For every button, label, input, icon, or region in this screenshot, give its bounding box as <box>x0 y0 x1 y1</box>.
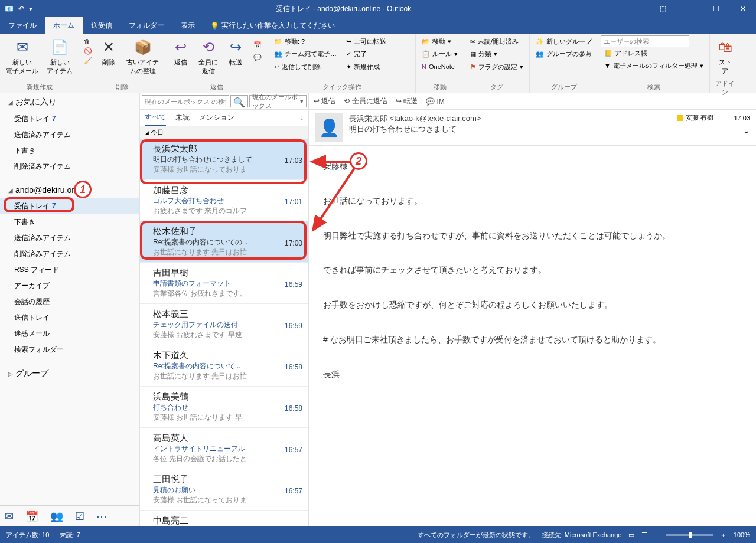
status-folders: すべてのフォルダーが最新の状態です。 <box>418 531 535 539</box>
qs-new[interactable]: ✦新規作成 <box>343 61 413 73</box>
tab-home[interactable]: ホーム <box>45 17 83 34</box>
expand-header[interactable]: ⌄ <box>677 126 750 135</box>
folder-item[interactable]: 送信済みアイテム <box>0 230 139 246</box>
zoom-out[interactable]: − <box>654 531 658 538</box>
folder-item[interactable]: 削除済みアイテム <box>0 159 139 175</box>
tab-folder[interactable]: フォルダー <box>120 17 172 34</box>
search-input[interactable] <box>142 95 229 107</box>
folder-item[interactable]: 下書き <box>0 143 139 159</box>
flag-button[interactable]: ⚑フラグの設定 ▾ <box>467 61 527 73</box>
folder-item[interactable]: 会話の履歴 <box>0 294 139 310</box>
calendar-module-icon[interactable]: 📅 <box>25 510 38 523</box>
delete-button[interactable]: ✕削除 <box>96 35 122 69</box>
people-search[interactable] <box>601 35 689 47</box>
mail-item[interactable]: 中島亮二 打ち上げ 16:57 <box>140 511 308 526</box>
reply-button[interactable]: ↩返信 <box>168 35 194 69</box>
filter-button[interactable]: ▼電子メールのフィルター処理 ▾ <box>601 60 707 72</box>
mail-item[interactable]: 木下道久 Re:提案書の内容について... お世話になります 先日はお忙 16:… <box>140 345 308 387</box>
tab-sendrecv[interactable]: 送受信 <box>83 17 120 34</box>
zoom-in[interactable]: ＋ <box>720 531 726 539</box>
tab-unread[interactable]: 未読 <box>175 110 190 126</box>
more-reply[interactable]: ⋯ <box>250 64 265 77</box>
mail-item[interactable]: 高島英人 イントラサイトリニューアル 各位 先日の会議でお話したと 16:57 <box>140 428 308 469</box>
reading-pane: ↩ 返信 ⟲ 全員に返信 ↪ 転送 💬 IM 👤 長浜栄太郎 <takao-k@… <box>309 93 756 526</box>
category-button[interactable]: ▦分類 ▾ <box>467 48 527 60</box>
mail-preview: 安藤様 お世話になっておりま <box>153 495 302 505</box>
folder-item[interactable]: 検索フォルダー <box>0 342 139 358</box>
qs-done[interactable]: ✓完了 <box>343 48 413 60</box>
store-icon: 🛍 <box>716 38 735 57</box>
tab-view[interactable]: 表示 <box>172 17 203 34</box>
zoom-slider[interactable] <box>666 534 713 536</box>
mail-time: 17:03 <box>285 156 302 165</box>
folder-item[interactable]: 受信トレイ7 <box>0 198 139 214</box>
archive-button[interactable]: 📦古いアイテ ムの整理 <box>123 35 162 78</box>
folder-item[interactable]: 迷惑メール <box>0 326 139 342</box>
category-badge[interactable]: 安藤 有樹17:03 <box>677 113 750 122</box>
mail-item[interactable]: 長浜栄太郎 明日の打ち合わせにつきまして 安藤様 お世話になっておりま 17:0… <box>140 139 308 180</box>
folder-item[interactable]: 送信済みアイテム <box>0 127 139 143</box>
mail-module-icon[interactable]: ✉ <box>5 510 14 523</box>
new-mail-button[interactable]: ✉新しい 電子メール <box>2 35 42 78</box>
junk-icon[interactable]: 🚫 <box>84 47 92 55</box>
ribbon-options[interactable]: ⬚ <box>650 0 676 18</box>
tab-file[interactable]: ファイル <box>0 17 45 34</box>
tab-all[interactable]: すべて <box>145 109 166 126</box>
groups-header[interactable]: ▷グループ <box>0 365 139 382</box>
mail-item[interactable]: 松本義三 チェック用ファイルの送付 安藤様 お疲れさまです 早速 16:59 <box>140 304 308 345</box>
mail-item[interactable]: 吉田早樹 申請書類のフォーマット 営業部各位 お疲れさまです。 16:59 <box>140 263 308 304</box>
folder-item[interactable]: 送信トレイ <box>0 310 139 326</box>
favorites-header[interactable]: ◢お気に入り <box>0 93 139 111</box>
browse-groups-button[interactable]: 👥グループの参照 <box>532 48 595 60</box>
maximize-button[interactable]: ☐ <box>703 0 729 18</box>
close-button[interactable]: ✕ <box>729 0 756 18</box>
meeting-button[interactable]: 📅 <box>250 39 265 51</box>
qs-replydel[interactable]: ↩返信して削除 <box>271 61 341 73</box>
store-button[interactable]: 🛍スト ア <box>712 35 738 78</box>
qs-move[interactable]: 📁移動: ? <box>271 35 341 48</box>
minimize-button[interactable]: — <box>676 0 703 18</box>
folder-item[interactable]: 削除済みアイテム <box>0 246 139 262</box>
folder-item[interactable]: アーカイブ <box>0 278 139 294</box>
new-group-button[interactable]: ✨新しいグループ <box>532 35 595 48</box>
mail-item[interactable]: 松木佐和子 Re:提案書の内容についての... お世話になります 先日はお忙 1… <box>140 221 308 263</box>
folder-item[interactable]: 受信トレイ7 <box>0 111 139 127</box>
qat-dropdown[interactable]: ▾ <box>29 5 32 13</box>
view-normal-icon[interactable]: ▭ <box>628 531 634 539</box>
addressbook-button[interactable]: 📒アドレス帳 <box>601 47 707 60</box>
date-group[interactable]: ◢ 今日 <box>140 126 308 139</box>
mail-item[interactable]: 加藤昌彦 ゴルフ大会打ち合わせ お疲れさまです 来月のゴルフ 17:01 <box>140 180 308 221</box>
undo-icon[interactable]: ↶ <box>18 5 24 13</box>
forward-button[interactable]: ↪転送 <box>223 35 249 69</box>
im-button[interactable]: 💬 <box>250 51 265 64</box>
onenote-button[interactable]: NOneNote <box>418 61 461 73</box>
ignore-icon[interactable]: 🗑 <box>84 38 92 45</box>
qs-boss[interactable]: ↪上司に転送 <box>343 35 413 48</box>
new-items-button[interactable]: 📄新しい アイテム <box>43 35 76 78</box>
reply-action[interactable]: ↩ 返信 <box>314 96 335 106</box>
forward-action[interactable]: ↪ 転送 <box>396 96 418 106</box>
reply-all-action[interactable]: ⟲ 全員に返信 <box>344 96 387 106</box>
people-module-icon[interactable]: 👥 <box>50 510 63 523</box>
more-modules[interactable]: ⋯ <box>96 510 107 523</box>
folder-item[interactable]: 下書き <box>0 214 139 230</box>
search-icon[interactable]: 🔍 <box>230 95 248 107</box>
reply-all-button[interactable]: ⟲全員に 返信 <box>195 35 221 78</box>
tab-mention[interactable]: メンション <box>199 110 234 126</box>
move-button[interactable]: 📂移動 ▾ <box>418 35 461 48</box>
qs-team[interactable]: 👥チーム宛て電子… <box>271 48 341 60</box>
zoom-level[interactable]: 100% <box>734 531 750 538</box>
rules-button[interactable]: 📋ルール ▾ <box>418 48 461 60</box>
folder-item[interactable]: RSS フィード <box>0 262 139 278</box>
tasks-module-icon[interactable]: ☑ <box>75 510 84 523</box>
cleanup-icon[interactable]: 🧹 <box>84 57 92 65</box>
sort-arrow[interactable]: ↓ <box>300 114 304 122</box>
im-action[interactable]: 💬 IM <box>426 97 445 106</box>
mail-item[interactable]: 三田悦子 見積のお願い 安藤様 お世話になっておりま 16:57 <box>140 469 308 511</box>
account-header[interactable]: ◢ando@dekiru.online <box>0 182 139 198</box>
mail-item[interactable]: 浜島美鶴 打ち合わせ 安藤様 お世話になります 早 16:58 <box>140 387 308 428</box>
tell-me[interactable]: 💡実行したい作業を入力してください <box>203 17 342 34</box>
view-reading-icon[interactable]: ☰ <box>641 531 647 539</box>
search-scope[interactable]: 現在のメールボックス ▾ <box>249 95 307 107</box>
unread-button[interactable]: ✉未読/開封済み <box>467 35 527 48</box>
